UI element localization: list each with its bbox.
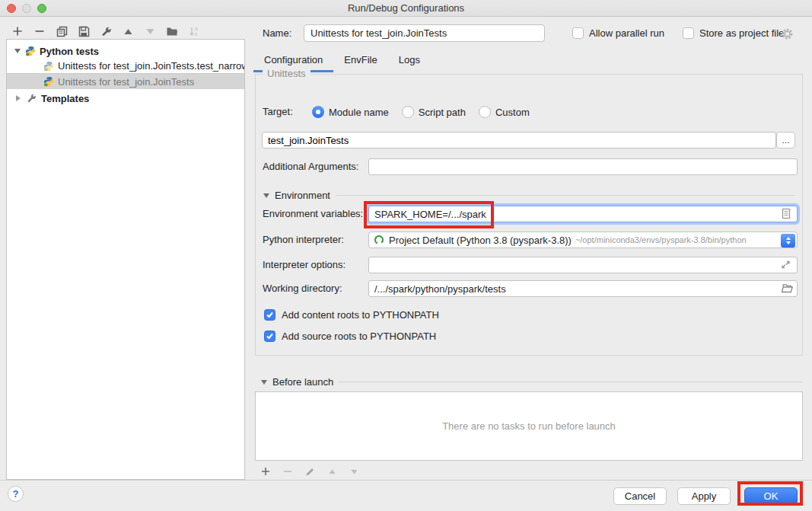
chevron-down-icon[interactable]	[261, 380, 267, 385]
target-module-input[interactable]	[262, 132, 776, 149]
checkbox-checked-icon[interactable]	[264, 309, 275, 321]
unittests-group: Unittests Target: Module name Script pat…	[255, 74, 803, 356]
svg-text:a: a	[195, 26, 198, 31]
allow-parallel-run-label: Allow parallel run	[589, 27, 664, 39]
cancel-button[interactable]: Cancel	[613, 487, 667, 505]
apply-button[interactable]: Apply	[677, 487, 731, 505]
section-divider	[336, 195, 794, 196]
footer-divider	[0, 480, 812, 481]
radio-module-name[interactable]: Module name	[312, 106, 389, 118]
working-directory-input[interactable]	[368, 280, 798, 297]
python-test-icon	[43, 76, 54, 87]
interpreter-options-input[interactable]	[368, 257, 798, 273]
create-folder-icon[interactable]	[166, 25, 178, 37]
before-launch-label: Before launch	[272, 376, 333, 388]
interpreter-value: Project Default (Python 3.8 (pyspark-3.8…	[389, 235, 572, 246]
svg-text:z: z	[195, 31, 197, 37]
templates-wrench-icon	[26, 93, 37, 104]
radio-script-path[interactable]: Script path	[402, 106, 466, 118]
tree-item-unittest-narrow[interactable]: Unittests for test_join.JoinTests.test_n…	[7, 59, 244, 74]
python-tests-icon	[25, 46, 36, 56]
add-configuration-icon[interactable]	[11, 25, 24, 37]
radio-unselected-icon[interactable]	[402, 106, 414, 118]
radio-custom-label: Custom	[495, 107, 530, 118]
move-task-up-icon[interactable]	[326, 465, 338, 477]
environment-section-label: Environment	[275, 190, 330, 201]
additional-arguments-label: Additional Arguments:	[263, 158, 358, 175]
python-test-icon	[43, 61, 54, 72]
target-radio-group: Module name Script path Custom	[312, 104, 530, 120]
configurations-tree: Python tests Unittests for test_join.Joi…	[6, 39, 245, 480]
store-as-project-file-checkbox[interactable]: Store as project file	[683, 24, 784, 42]
name-label: Name:	[263, 25, 291, 42]
add-content-roots-checkbox[interactable]: Add content roots to PYTHONPATH	[264, 308, 439, 321]
add-source-roots-label: Add source roots to PYTHONPATH	[282, 331, 436, 342]
additional-arguments-input[interactable]	[368, 158, 798, 175]
sort-alphabetically-icon[interactable]: az	[188, 25, 200, 37]
save-configuration-icon[interactable]	[78, 25, 90, 37]
edit-variables-icon[interactable]	[781, 208, 793, 220]
gear-icon[interactable]	[781, 27, 794, 40]
add-source-roots-checkbox[interactable]: Add source roots to PYTHONPATH	[264, 329, 436, 343]
checkbox-unchecked-icon[interactable]	[683, 27, 694, 39]
store-as-project-file-label: Store as project file	[699, 27, 784, 39]
chevron-down-icon[interactable]	[14, 49, 21, 53]
remove-task-icon[interactable]	[282, 465, 294, 477]
target-label: Target:	[263, 104, 293, 120]
add-task-icon[interactable]	[260, 465, 272, 477]
name-input[interactable]	[304, 24, 545, 42]
tree-item-label: Unittests for test_join.JoinTests	[58, 76, 194, 88]
edit-templates-icon[interactable]	[100, 25, 112, 37]
chevron-right-icon[interactable]	[16, 95, 21, 101]
chevron-down-icon[interactable]	[263, 193, 269, 198]
move-down-icon[interactable]	[144, 25, 156, 37]
python-interpreter-select[interactable]: Project Default (Python 3.8 (pyspark-3.8…	[368, 232, 798, 248]
working-directory-label: Working directory:	[263, 280, 342, 297]
interpreter-options-label: Interpreter options:	[263, 257, 345, 273]
python-interpreter-label: Python interpreter:	[263, 232, 344, 248]
tab-envfile[interactable]: EnvFile	[333, 50, 387, 71]
radio-module-name-label: Module name	[329, 107, 389, 118]
tree-item-label: Python tests	[40, 46, 99, 57]
radio-script-path-label: Script path	[419, 107, 466, 118]
move-task-down-icon[interactable]	[348, 465, 360, 477]
unittests-group-legend: Unittests	[263, 68, 310, 79]
tree-item-python-tests[interactable]: Python tests	[7, 43, 244, 59]
tree-item-label: Unittests for test_join.JoinTests.test_n…	[58, 60, 244, 72]
checkbox-checked-icon[interactable]	[264, 331, 275, 342]
before-launch-tasks-panel: There are no tasks to run before launch	[255, 391, 803, 461]
copy-configuration-icon[interactable]	[56, 25, 68, 37]
add-content-roots-label: Add content roots to PYTHONPATH	[282, 309, 439, 321]
environment-variables-label: Environment variables:	[263, 206, 363, 222]
edit-task-icon[interactable]	[304, 465, 316, 477]
environment-variables-input[interactable]	[368, 206, 798, 222]
environment-section-header[interactable]: Environment	[263, 190, 794, 201]
browse-button[interactable]: ...	[776, 132, 795, 149]
help-button[interactable]: ?	[8, 486, 24, 502]
conda-env-icon	[374, 235, 384, 245]
tree-item-unittest-jointests[interactable]: Unittests for test_join.JoinTests	[7, 74, 244, 89]
radio-selected-icon[interactable]	[312, 106, 324, 118]
radio-unselected-icon[interactable]	[479, 106, 491, 118]
dropdown-arrows-icon[interactable]	[781, 234, 795, 248]
interpreter-path: ~/opt/miniconda3/envs/pyspark-3.8/bin/py…	[575, 235, 747, 244]
checkbox-unchecked-icon[interactable]	[572, 27, 584, 39]
expand-field-icon[interactable]	[780, 259, 792, 271]
tree-item-label: Templates	[41, 93, 89, 104]
window-title: Run/Debug Configurations	[0, 0, 812, 17]
run-config-toolbar: az	[11, 24, 200, 38]
radio-custom[interactable]: Custom	[479, 106, 530, 118]
before-launch-section-header[interactable]: Before launch	[261, 376, 803, 388]
ok-button[interactable]: OK	[744, 487, 798, 505]
open-folder-icon[interactable]	[781, 283, 793, 295]
section-divider	[339, 382, 803, 382]
tree-item-templates[interactable]: Templates	[7, 91, 244, 106]
title-bar: Run/Debug Configurations	[0, 0, 812, 17]
tab-logs[interactable]: Logs	[388, 50, 431, 71]
allow-parallel-run-checkbox[interactable]: Allow parallel run	[572, 24, 664, 42]
move-up-icon[interactable]	[122, 25, 134, 37]
remove-configuration-icon[interactable]	[33, 25, 46, 37]
empty-tasks-text: There are no tasks to run before launch	[442, 420, 616, 432]
tasks-toolbar	[260, 465, 360, 477]
